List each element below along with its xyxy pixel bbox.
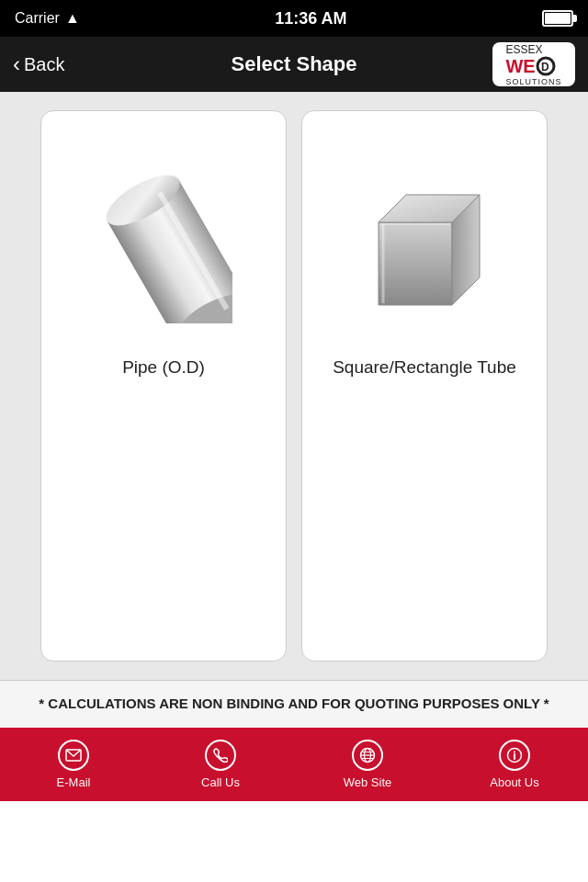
tab-bar: E-Mail Call Us Web Site	[0, 728, 588, 801]
logo-d-icon: D	[536, 56, 556, 76]
main-content: Pipe (O.D)	[0, 92, 588, 680]
globe-icon	[352, 740, 383, 771]
phone-icon	[205, 740, 236, 771]
email-label: E-Mail	[57, 775, 91, 789]
chevron-left-icon: ‹	[13, 53, 20, 75]
call-label: Call Us	[201, 775, 240, 789]
brand-logo: ESSEX WE D SOLUTIONS	[492, 42, 575, 86]
pipe-shape-card[interactable]: Pipe (O.D)	[40, 110, 287, 662]
tab-email[interactable]: E-Mail	[0, 740, 147, 789]
web-label: Web Site	[344, 775, 392, 789]
disclaimer-text: * CALCULATIONS ARE NON BINDING AND FOR Q…	[0, 680, 588, 728]
pipe-image	[53, 126, 274, 346]
svg-text:D: D	[541, 61, 549, 74]
status-bar: Carrier ▲ 11:36 AM	[0, 0, 588, 37]
logo-wed: WE	[505, 56, 535, 77]
wifi-icon: ▲	[65, 10, 80, 27]
back-label: Back	[24, 54, 64, 75]
svg-marker-6	[379, 222, 452, 305]
rect-label: Square/Rectangle Tube	[333, 357, 516, 378]
pipe-label: Pipe (O.D)	[122, 357, 205, 378]
email-icon	[58, 740, 89, 771]
tab-call[interactable]: Call Us	[147, 740, 294, 789]
svg-point-19	[514, 751, 515, 752]
about-label: About Us	[490, 775, 538, 789]
rect-image	[314, 126, 535, 346]
rect-svg	[351, 149, 498, 323]
back-button[interactable]: ‹ Back	[13, 53, 64, 75]
page-title: Select Shape	[232, 52, 357, 76]
nav-bar: ‹ Back Select Shape ESSEX WE D SOLUTIONS	[0, 37, 588, 92]
info-icon	[499, 740, 530, 771]
tab-about[interactable]: About Us	[441, 740, 588, 789]
battery-icon	[542, 10, 573, 27]
carrier-label: Carrier	[15, 10, 60, 27]
status-time: 11:36 AM	[275, 9, 346, 28]
rect-shape-card[interactable]: Square/Rectangle Tube	[301, 110, 548, 662]
carrier-wifi: Carrier ▲	[15, 10, 80, 27]
pipe-svg	[95, 149, 232, 323]
tab-web[interactable]: Web Site	[294, 740, 441, 789]
logo-essex: ESSEX	[505, 43, 561, 56]
logo-solutions: SOLUTIONS	[505, 77, 561, 86]
